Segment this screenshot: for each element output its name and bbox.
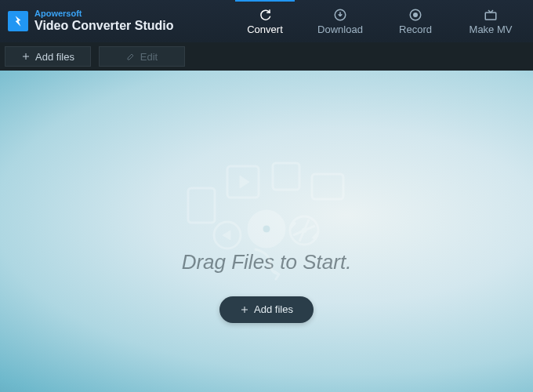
- stage[interactable]: Drag Files to Start. Add files: [0, 71, 533, 392]
- edit-label: Edit: [140, 51, 158, 63]
- tv-icon: [484, 8, 498, 22]
- tab-make-mv[interactable]: Make MV: [453, 0, 528, 42]
- logo-icon: [8, 11, 28, 31]
- add-files-button[interactable]: Add files: [5, 46, 91, 67]
- media-watermark-icon: [180, 157, 353, 290]
- tab-record-label: Record: [399, 24, 432, 35]
- plus-icon: [21, 52, 31, 61]
- svg-rect-4: [188, 188, 215, 223]
- add-files-label: Add files: [35, 51, 74, 63]
- svg-rect-3: [485, 13, 496, 20]
- product-title: Video Converter Studio: [34, 18, 174, 33]
- tab-record[interactable]: Record: [378, 0, 453, 42]
- add-files-cta-label: Add files: [254, 303, 293, 315]
- edit-icon: [126, 52, 136, 61]
- main-nav: Convert Download Record Make MV: [227, 0, 528, 42]
- plus-icon: [240, 305, 249, 314]
- header: Apowersoft Video Converter Studio Conver…: [0, 0, 533, 42]
- brand-name: Apowersoft: [34, 9, 174, 18]
- toolbar: Add files Edit: [0, 42, 533, 71]
- record-icon: [408, 8, 422, 22]
- tab-download[interactable]: Download: [303, 0, 378, 42]
- download-icon: [333, 8, 347, 22]
- tab-download-label: Download: [317, 24, 363, 35]
- svg-point-9: [263, 225, 270, 233]
- tab-convert-label: Convert: [247, 24, 283, 35]
- svg-rect-7: [312, 174, 343, 199]
- convert-icon: [258, 8, 272, 22]
- tab-makemv-label: Make MV: [470, 24, 513, 35]
- svg-point-2: [414, 13, 418, 16]
- logo-block: Apowersoft Video Converter Studio: [0, 0, 174, 42]
- tab-convert[interactable]: Convert: [227, 0, 303, 42]
- svg-rect-6: [273, 163, 299, 190]
- add-files-cta[interactable]: Add files: [219, 296, 314, 323]
- edit-button: Edit: [99, 46, 185, 67]
